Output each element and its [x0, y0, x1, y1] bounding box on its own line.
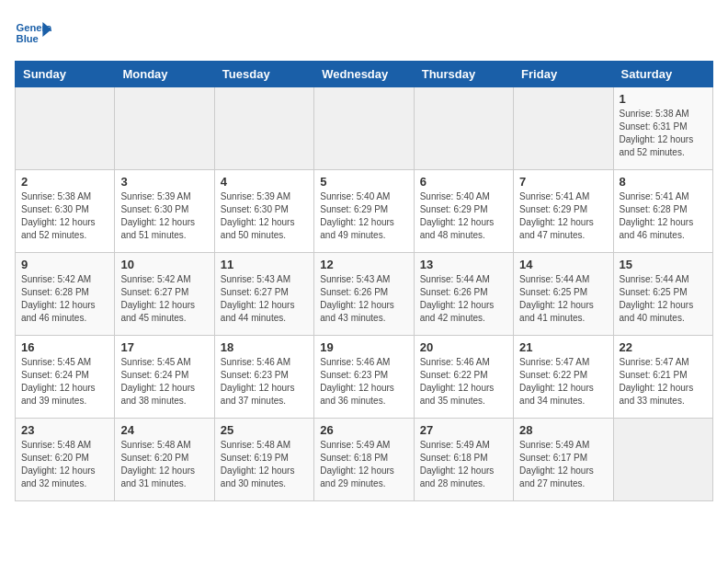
calendar-cell: 26Sunrise: 5:49 AM Sunset: 6:18 PM Dayli…	[314, 419, 414, 501]
calendar-cell	[414, 87, 513, 170]
day-number: 15	[620, 258, 707, 271]
day-number: 23	[21, 423, 108, 437]
day-number: 28	[519, 423, 607, 437]
day-info: Sunrise: 5:43 AM Sunset: 6:26 PM Dayligh…	[320, 273, 407, 325]
day-info: Sunrise: 5:46 AM Sunset: 6:23 PM Dayligh…	[221, 356, 308, 408]
weekday-header-friday: Friday	[514, 62, 613, 87]
day-info: Sunrise: 5:42 AM Sunset: 6:28 PM Dayligh…	[21, 273, 108, 325]
calendar-cell: 10Sunrise: 5:42 AM Sunset: 6:27 PM Dayli…	[115, 253, 214, 336]
day-number: 19	[320, 340, 407, 354]
day-info: Sunrise: 5:38 AM Sunset: 6:30 PM Dayligh…	[21, 190, 108, 242]
calendar-cell	[115, 87, 214, 170]
day-info: Sunrise: 5:47 AM Sunset: 6:22 PM Dayligh…	[519, 356, 607, 408]
calendar-cell: 19Sunrise: 5:46 AM Sunset: 6:23 PM Dayli…	[314, 336, 414, 419]
calendar-cell: 7Sunrise: 5:41 AM Sunset: 6:29 PM Daylig…	[514, 170, 613, 253]
day-number: 9	[21, 258, 108, 271]
day-info: Sunrise: 5:41 AM Sunset: 6:29 PM Dayligh…	[519, 190, 607, 242]
day-number: 6	[420, 175, 507, 189]
svg-text:Blue: Blue	[17, 33, 39, 44]
day-info: Sunrise: 5:48 AM Sunset: 6:20 PM Dayligh…	[21, 439, 108, 490]
day-number: 13	[420, 258, 507, 271]
day-number: 21	[519, 340, 607, 354]
calendar-table: SundayMondayTuesdayWednesdayThursdayFrid…	[15, 61, 713, 501]
calendar-cell: 21Sunrise: 5:47 AM Sunset: 6:22 PM Dayli…	[514, 336, 613, 419]
calendar-cell: 14Sunrise: 5:44 AM Sunset: 6:25 PM Dayli…	[514, 253, 613, 336]
day-info: Sunrise: 5:43 AM Sunset: 6:27 PM Dayligh…	[221, 273, 308, 325]
day-info: Sunrise: 5:39 AM Sunset: 6:30 PM Dayligh…	[120, 190, 208, 242]
calendar-cell	[314, 87, 414, 170]
calendar-cell: 9Sunrise: 5:42 AM Sunset: 6:28 PM Daylig…	[16, 253, 115, 336]
calendar-cell	[613, 419, 712, 501]
day-info: Sunrise: 5:44 AM Sunset: 6:25 PM Dayligh…	[519, 273, 607, 325]
day-info: Sunrise: 5:48 AM Sunset: 6:19 PM Dayligh…	[221, 439, 308, 490]
day-info: Sunrise: 5:40 AM Sunset: 6:29 PM Dayligh…	[420, 190, 507, 242]
day-number: 12	[320, 258, 407, 271]
calendar-cell: 22Sunrise: 5:47 AM Sunset: 6:21 PM Dayli…	[613, 336, 712, 419]
day-info: Sunrise: 5:48 AM Sunset: 6:20 PM Dayligh…	[120, 439, 208, 490]
calendar-cell	[514, 87, 613, 170]
calendar-cell: 17Sunrise: 5:45 AM Sunset: 6:24 PM Dayli…	[115, 336, 214, 419]
day-number: 3	[120, 175, 208, 189]
calendar-cell: 6Sunrise: 5:40 AM Sunset: 6:29 PM Daylig…	[414, 170, 513, 253]
day-number: 27	[420, 423, 507, 437]
calendar-cell: 16Sunrise: 5:45 AM Sunset: 6:24 PM Dayli…	[16, 336, 115, 419]
day-number: 25	[221, 423, 308, 437]
calendar-cell: 2Sunrise: 5:38 AM Sunset: 6:30 PM Daylig…	[16, 170, 115, 253]
calendar-cell: 27Sunrise: 5:49 AM Sunset: 6:18 PM Dayli…	[414, 419, 513, 501]
day-info: Sunrise: 5:39 AM Sunset: 6:30 PM Dayligh…	[221, 190, 308, 242]
logo: General Blue	[15, 15, 55, 52]
calendar-cell: 13Sunrise: 5:44 AM Sunset: 6:26 PM Dayli…	[414, 253, 513, 336]
calendar-cell: 5Sunrise: 5:40 AM Sunset: 6:29 PM Daylig…	[314, 170, 414, 253]
day-info: Sunrise: 5:49 AM Sunset: 6:18 PM Dayligh…	[420, 439, 507, 490]
day-info: Sunrise: 5:38 AM Sunset: 6:31 PM Dayligh…	[620, 108, 707, 159]
day-info: Sunrise: 5:44 AM Sunset: 6:26 PM Dayligh…	[420, 273, 507, 325]
day-number: 4	[221, 175, 308, 189]
day-number: 24	[120, 423, 208, 437]
day-number: 11	[221, 258, 308, 271]
day-info: Sunrise: 5:41 AM Sunset: 6:28 PM Dayligh…	[620, 190, 707, 242]
weekday-header-sunday: Sunday	[16, 62, 115, 87]
day-number: 26	[320, 423, 407, 437]
calendar-cell: 1Sunrise: 5:38 AM Sunset: 6:31 PM Daylig…	[613, 87, 712, 170]
weekday-header-wednesday: Wednesday	[314, 62, 414, 87]
day-number: 18	[221, 340, 308, 354]
day-number: 1	[620, 92, 707, 106]
weekday-header-saturday: Saturday	[613, 62, 712, 87]
day-number: 7	[519, 175, 607, 189]
day-info: Sunrise: 5:46 AM Sunset: 6:22 PM Dayligh…	[420, 356, 507, 408]
day-info: Sunrise: 5:46 AM Sunset: 6:23 PM Dayligh…	[320, 356, 407, 408]
day-info: Sunrise: 5:47 AM Sunset: 6:21 PM Dayligh…	[620, 356, 707, 408]
calendar-cell	[214, 87, 313, 170]
day-number: 16	[21, 340, 108, 354]
calendar-cell: 4Sunrise: 5:39 AM Sunset: 6:30 PM Daylig…	[214, 170, 313, 253]
day-info: Sunrise: 5:45 AM Sunset: 6:24 PM Dayligh…	[21, 356, 108, 408]
calendar-cell: 23Sunrise: 5:48 AM Sunset: 6:20 PM Dayli…	[16, 419, 115, 501]
day-number: 2	[21, 175, 108, 189]
weekday-header-thursday: Thursday	[414, 62, 513, 87]
day-info: Sunrise: 5:44 AM Sunset: 6:25 PM Dayligh…	[620, 273, 707, 325]
calendar-cell: 24Sunrise: 5:48 AM Sunset: 6:20 PM Dayli…	[115, 419, 214, 501]
calendar-cell: 3Sunrise: 5:39 AM Sunset: 6:30 PM Daylig…	[115, 170, 214, 253]
day-number: 20	[420, 340, 507, 354]
calendar-cell: 25Sunrise: 5:48 AM Sunset: 6:19 PM Dayli…	[214, 419, 313, 501]
day-info: Sunrise: 5:45 AM Sunset: 6:24 PM Dayligh…	[120, 356, 208, 408]
weekday-header-tuesday: Tuesday	[214, 62, 313, 87]
calendar-cell: 8Sunrise: 5:41 AM Sunset: 6:28 PM Daylig…	[613, 170, 712, 253]
day-number: 22	[620, 340, 707, 354]
calendar-cell: 18Sunrise: 5:46 AM Sunset: 6:23 PM Dayli…	[214, 336, 313, 419]
calendar-cell: 28Sunrise: 5:49 AM Sunset: 6:17 PM Dayli…	[514, 419, 613, 501]
calendar-cell: 12Sunrise: 5:43 AM Sunset: 6:26 PM Dayli…	[314, 253, 414, 336]
calendar-cell: 20Sunrise: 5:46 AM Sunset: 6:22 PM Dayli…	[414, 336, 513, 419]
day-number: 14	[519, 258, 607, 271]
day-info: Sunrise: 5:49 AM Sunset: 6:17 PM Dayligh…	[519, 439, 607, 490]
calendar-cell	[16, 87, 115, 170]
calendar-cell: 15Sunrise: 5:44 AM Sunset: 6:25 PM Dayli…	[613, 253, 712, 336]
day-number: 8	[620, 175, 707, 189]
day-info: Sunrise: 5:40 AM Sunset: 6:29 PM Dayligh…	[320, 190, 407, 242]
day-number: 17	[120, 340, 208, 354]
page-header: General Blue	[15, 15, 713, 52]
weekday-header-monday: Monday	[115, 62, 214, 87]
day-number: 5	[320, 175, 407, 189]
day-info: Sunrise: 5:49 AM Sunset: 6:18 PM Dayligh…	[320, 439, 407, 490]
day-number: 10	[120, 258, 208, 271]
